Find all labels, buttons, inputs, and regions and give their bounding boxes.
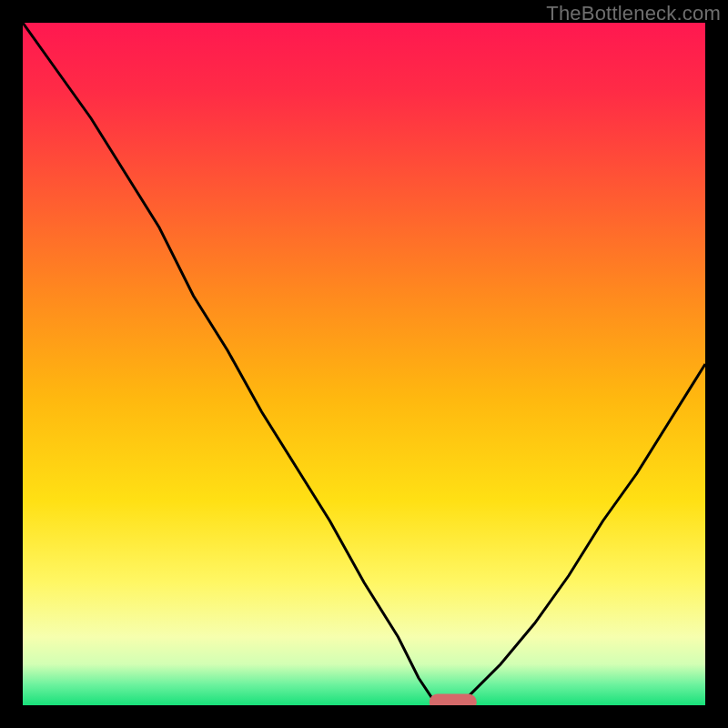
plot-area	[23, 23, 705, 705]
bottleneck-curve	[23, 23, 705, 705]
watermark-text: TheBottleneck.com	[546, 2, 721, 25]
chart-outer-frame: TheBottleneck.com	[0, 0, 728, 728]
optimal-point-marker	[429, 694, 477, 705]
